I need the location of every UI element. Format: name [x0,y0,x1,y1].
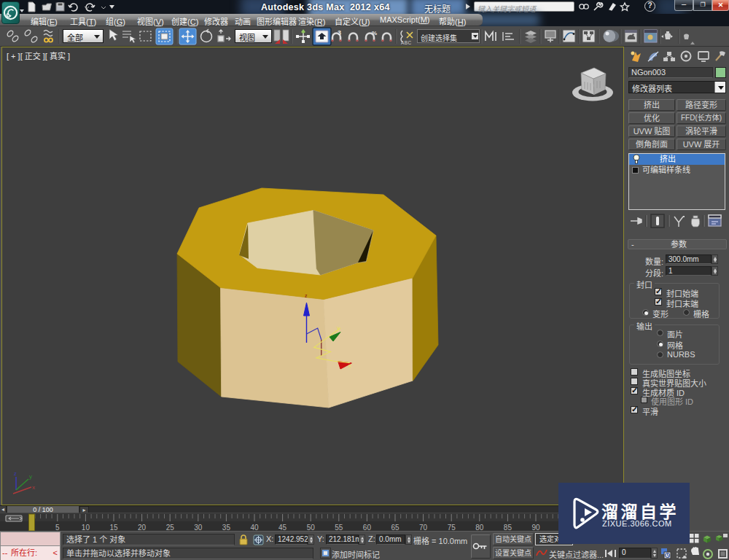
svg-text:x: x [348,362,351,369]
svg-text:z: z [305,293,308,298]
svg-text:x: x [32,484,35,491]
svg-text:z: z [14,470,17,477]
svg-text:y: y [29,473,32,480]
svg-text:3: 3 [338,29,341,36]
svg-text:ABC: ABC [401,40,412,45]
svg-text:%: % [372,30,377,36]
